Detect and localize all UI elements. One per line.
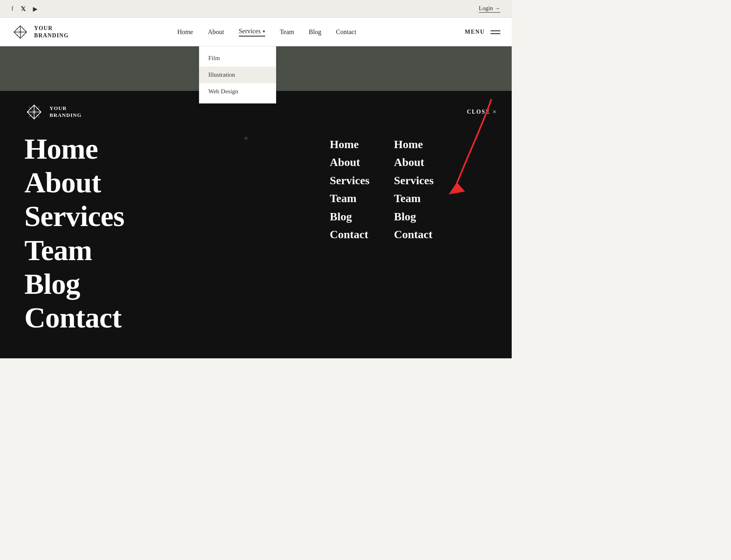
small-nav-1-blog[interactable]: Blog [330,209,370,224]
overlay-logo-diamond-icon [24,102,44,122]
dropdown-film[interactable]: Film [199,50,276,67]
dropdown-illustration[interactable]: Illustration [199,67,276,83]
overlay-nav-services[interactable]: Services [24,200,162,233]
close-x-icon: × [493,108,497,116]
overlay-nav-home[interactable]: Home [24,133,162,165]
dropdown-webdesign[interactable]: Web Design [199,83,276,100]
small-nav-2-home[interactable]: Home [394,137,434,152]
nav-about[interactable]: About [208,28,224,36]
logo-text: YOUR BRANDING [34,25,69,39]
small-nav-cols: Home About Services Team Blog Contact Ho… [330,133,497,242]
overlay-nav-about[interactable]: About [24,167,162,199]
overlay-logo-text: YOUR BRANDING [50,105,82,119]
small-nav-1-contact[interactable]: Contact [330,227,370,242]
plus-icon[interactable]: + [244,133,249,144]
overlay-nav-blog[interactable]: Blog [24,268,162,300]
services-dropdown: Film Illustration Web Design [199,46,276,103]
overlay-middle-col: + [162,133,330,144]
main-nav: Home About Services ▾ Team Blog Contact [177,28,357,37]
logo-diamond-icon [11,23,29,41]
small-nav-1-services[interactable]: Services [330,173,370,188]
logo[interactable]: YOUR BRANDING [11,23,69,41]
chevron-down-icon: ▾ [263,29,265,34]
close-label: CLOSE [467,109,490,115]
big-nav: Home About Services Team Blog Contact [24,133,162,334]
dropdown-menu: Film Illustration Web Design [199,46,276,103]
small-nav-col-2: Home About Services Team Blog Contact [394,133,434,242]
nav-services[interactable]: Services ▾ [239,28,265,37]
overlay-nav-team[interactable]: Team [24,235,162,267]
small-nav-2-services[interactable]: Services [394,173,434,188]
overlay-content: Home About Services Team Blog Contact + … [24,133,497,334]
overlay-logo[interactable]: YOUR BRANDING [24,102,82,122]
overlay-nav-contact[interactable]: Contact [24,302,162,334]
hamburger-icon [491,30,500,34]
small-nav-2-blog[interactable]: Blog [394,209,434,224]
nav-home[interactable]: Home [177,28,193,36]
small-nav-2-team[interactable]: Team [394,191,434,206]
small-nav-1-home[interactable]: Home [330,137,370,152]
small-nav-col-1: Home About Services Team Blog Contact [330,133,370,242]
header: YOUR BRANDING Home About Services ▾ Team… [0,18,512,46]
twitter-icon[interactable]: 𝕏 [21,5,26,13]
small-nav-1-about[interactable]: About [330,155,370,170]
facebook-icon[interactable]: f [11,5,13,12]
menu-button[interactable]: MENU [465,29,501,35]
youtube-icon[interactable]: ▶ [33,5,38,13]
social-icons: f 𝕏 ▶ [11,5,38,13]
menu-overlay: YOUR BRANDING CLOSE × Home About Service… [0,91,512,358]
small-nav-2-about[interactable]: About [394,155,434,170]
nav-blog[interactable]: Blog [309,28,321,36]
nav-team[interactable]: Team [280,28,294,36]
top-bar: f 𝕏 ▶ Login → [0,0,512,18]
nav-contact[interactable]: Contact [336,28,356,36]
overlay-top: YOUR BRANDING CLOSE × [24,102,497,122]
menu-label: MENU [465,29,485,35]
small-nav-1-team[interactable]: Team [330,191,370,206]
small-nav-2-contact[interactable]: Contact [394,227,434,242]
close-button[interactable]: CLOSE × [467,108,497,116]
login-link[interactable]: Login → [479,5,500,13]
